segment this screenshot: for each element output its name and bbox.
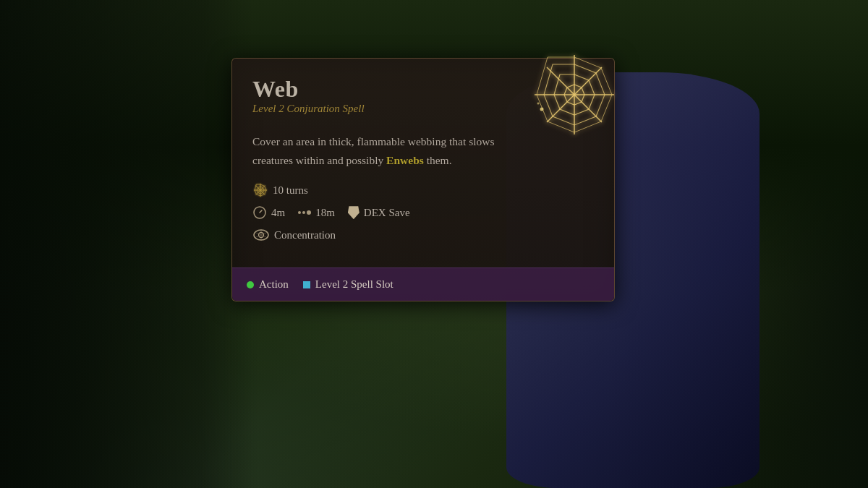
range-dot-2	[302, 211, 305, 214]
spell-slot-dot	[303, 281, 310, 288]
tooltip-footer: Action Level 2 Spell Slot	[232, 267, 614, 301]
description-part2: them.	[424, 154, 452, 166]
save-label: DEX Save	[364, 207, 410, 219]
max-range-label: 18m	[315, 207, 335, 219]
duration-label: 10 turns	[273, 184, 308, 197]
concentration-icon	[252, 227, 270, 243]
concentration-label: Concentration	[274, 229, 336, 241]
range-dot-1	[298, 211, 301, 214]
spell-subtitle: Level 2 Conjuration Spell	[252, 103, 365, 115]
stats-section: 10 turns 4m 18m	[252, 182, 594, 243]
spell-description: Cover an area in thick, flammable webbin…	[252, 132, 498, 169]
svg-line-1	[574, 67, 602, 95]
action-item: Action	[247, 278, 289, 291]
bg-overlay-left	[0, 0, 253, 488]
web-icon-large	[527, 51, 621, 138]
range-dots-icon	[298, 210, 311, 215]
duration-icon	[252, 182, 268, 198]
spell-title: Web	[252, 76, 365, 103]
description-highlight: Enwebs	[386, 154, 424, 166]
range-label: 4m	[271, 207, 285, 219]
range-dot-3	[307, 210, 311, 215]
spell-slot-item: Level 2 Spell Slot	[303, 278, 393, 291]
spell-tooltip-card: Web Level 2 Conjuration Spell Cover an a…	[231, 58, 615, 301]
action-dot	[247, 281, 254, 288]
concentration-stat: Concentration	[252, 227, 336, 243]
duration-row: 10 turns	[252, 182, 594, 198]
save-stat: DEX Save	[348, 206, 410, 219]
range-icon	[252, 205, 267, 220]
range-stat: 4m	[252, 205, 285, 220]
action-label: Action	[259, 278, 289, 291]
svg-point-13	[537, 103, 540, 105]
range-row: 4m 18m DEX Save	[252, 205, 594, 220]
shield-icon	[348, 206, 359, 219]
spell-slot-label: Level 2 Spell Slot	[315, 278, 393, 291]
max-range-stat: 18m	[298, 207, 335, 219]
concentration-row: Concentration	[252, 227, 594, 243]
description-part1: Cover an area in thick, flammable webbin…	[252, 135, 494, 166]
duration-stat: 10 turns	[252, 182, 308, 198]
svg-line-5	[547, 95, 574, 122]
svg-point-12	[540, 108, 544, 111]
svg-line-3	[574, 95, 602, 122]
